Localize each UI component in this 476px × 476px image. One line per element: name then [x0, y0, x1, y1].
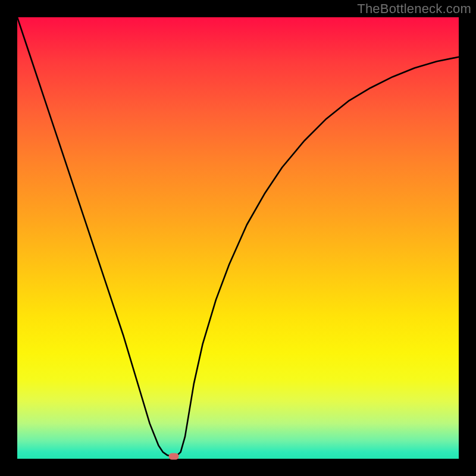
attribution-label: TheBottleneck.com — [357, 1, 471, 17]
bottleneck-curve — [17, 17, 459, 459]
chart-frame: TheBottleneck.com — [0, 0, 476, 476]
optimal-point-marker — [169, 453, 179, 460]
plot-area — [17, 17, 459, 459]
